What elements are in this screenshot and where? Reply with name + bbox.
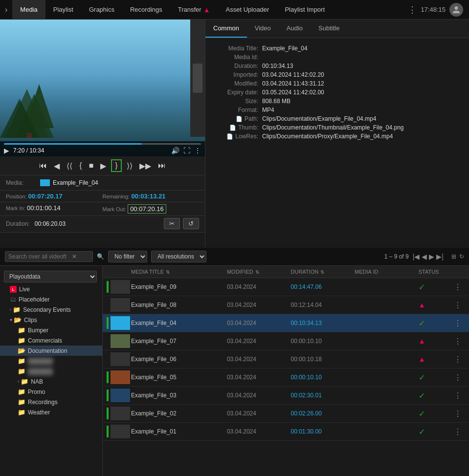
- file-thumbnail: [111, 334, 130, 348]
- meta-thumb-row: 📄Thumb: Clips/Documentation/Thumbnail/Ex…: [213, 124, 461, 131]
- search-input[interactable]: [8, 253, 72, 260]
- table-row[interactable]: Example_File_0903.04.202400:14:47.06✓⋮: [103, 278, 469, 296]
- recordings-folder-icon: 📁: [18, 398, 25, 406]
- tc-next[interactable]: ▶▶: [137, 160, 153, 172]
- header-modified[interactable]: MODIFIED ⇅: [227, 269, 291, 275]
- table-row[interactable]: Example_File_0103.04.202400:01:30.00✓⋮: [103, 423, 469, 441]
- pg-first[interactable]: |◀: [413, 253, 420, 260]
- table-row[interactable]: Example_File_0303.04.202400:02:30.01✓⋮: [103, 387, 469, 405]
- video-side-scrollbar[interactable]: [190, 20, 205, 137]
- video-side-handle[interactable]: [193, 64, 202, 93]
- content-area: Playoutdata L Live 🗂 Placeholder › 📁 Sec…: [0, 266, 469, 476]
- file-modified: 03.04.2024: [227, 428, 291, 435]
- tree-item-nab[interactable]: › 📁 NAB: [0, 376, 102, 387]
- file-more-button[interactable]: ⋮: [450, 409, 465, 418]
- nav-more-dots[interactable]: ⋮: [408, 4, 417, 15]
- volume-icon[interactable]: 🔊: [171, 147, 179, 154]
- tc-prev-frame[interactable]: ◀: [52, 160, 62, 172]
- promo-folder-icon: 📁: [18, 388, 25, 395]
- status-bar: [107, 426, 109, 437]
- table-row[interactable]: Example_File_0203.04.202400:02:26.00✓⋮: [103, 405, 469, 423]
- file-more-button[interactable]: ⋮: [450, 373, 465, 382]
- nav-item-recordings[interactable]: Recordings: [122, 0, 170, 20]
- nav-item-graphics[interactable]: Graphics: [81, 0, 122, 20]
- tree-item-blurred-2[interactable]: 📁 ██████: [0, 366, 102, 376]
- mark-out-label: Mark Out:: [103, 206, 126, 212]
- file-more-button[interactable]: ⋮: [450, 319, 465, 328]
- table-row[interactable]: Example_File_0403.04.202400:10:34.13✓⋮: [103, 314, 469, 332]
- video-progress-bar[interactable]: [4, 143, 201, 145]
- scissors-button[interactable]: ✂: [164, 218, 180, 229]
- tc-mark-in[interactable]: ⟨⟨: [65, 160, 74, 172]
- file-more-button[interactable]: ⋮: [450, 337, 465, 346]
- resolution-select[interactable]: All resolutions: [151, 251, 206, 262]
- meta-title-row: Media Title: Example_File_04: [213, 45, 461, 52]
- tc-mark-out[interactable]: ⟩⟩: [125, 160, 134, 172]
- play-button[interactable]: ▶: [4, 147, 9, 154]
- grid-view-icon[interactable]: ⊞: [451, 253, 456, 260]
- nav-item-transfer[interactable]: Transfer ▲: [170, 0, 218, 20]
- pg-prev[interactable]: ◀: [422, 253, 427, 260]
- tree-item-secondary-events[interactable]: › 📁 Secondary Events: [0, 304, 102, 315]
- tree-item-commercials[interactable]: 📁 Commercials: [0, 335, 102, 346]
- nav-item-asset-uploader[interactable]: Asset Uploader: [218, 0, 277, 20]
- mark-in-label: Mark In:: [6, 205, 25, 211]
- header-title[interactable]: MEDIA TITLE ⇅: [131, 269, 227, 275]
- tc-play[interactable]: ▶: [98, 160, 108, 172]
- fullscreen-icon[interactable]: ⛶: [183, 147, 190, 154]
- tc-go-end[interactable]: ⏭: [156, 160, 168, 171]
- tc-set-out[interactable]: }: [111, 159, 121, 172]
- tree-item-bumper[interactable]: 📁 Bumper: [0, 325, 102, 335]
- tree-item-clips[interactable]: ▾ 📂 Clips: [0, 315, 102, 325]
- tc-stop[interactable]: ■: [87, 160, 96, 171]
- tab-common[interactable]: Common: [205, 20, 247, 38]
- datasource-select[interactable]: Playoutdata: [4, 271, 97, 282]
- meta-modified-key: Modified:: [213, 80, 262, 87]
- table-row[interactable]: Example_File_0503.04.202400:00:10.10✓⋮: [103, 368, 469, 387]
- tc-go-start[interactable]: ⏮: [37, 160, 49, 171]
- refresh-icon[interactable]: ↻: [459, 253, 464, 260]
- reset-button[interactable]: ↺: [183, 218, 199, 229]
- filter-select[interactable]: No filter: [108, 251, 147, 262]
- meta-title-key: Media Title:: [213, 45, 262, 52]
- file-more-button[interactable]: ⋮: [450, 301, 465, 310]
- tree-item-documentation[interactable]: 📂 Documentation: [0, 346, 102, 356]
- pg-last[interactable]: ▶|: [436, 253, 444, 260]
- top-nav: › Media Playlist Graphics Recordings Tra…: [0, 0, 469, 20]
- blurred2-folder-icon: 📁: [18, 368, 25, 375]
- nav-avatar[interactable]: [449, 3, 463, 17]
- file-more-button[interactable]: ⋮: [450, 282, 465, 292]
- tc-set-in[interactable]: {: [77, 160, 84, 171]
- tab-video[interactable]: Video: [247, 20, 279, 38]
- file-more-button[interactable]: ⋮: [450, 355, 465, 364]
- table-row[interactable]: Example_File_0603.04.202400:00:10.18▲⋮: [103, 350, 469, 368]
- tree-item-recordings[interactable]: 📁 Recordings: [0, 397, 102, 407]
- pg-next[interactable]: ▶: [429, 253, 434, 260]
- video-background: [0, 20, 205, 156]
- tree-item-recordings-label: Recordings: [28, 399, 58, 406]
- tree-item-promo[interactable]: 📁 Promo: [0, 387, 102, 397]
- header-duration[interactable]: DURATION ⇅: [291, 269, 355, 275]
- tree-item-live[interactable]: L Live: [0, 284, 102, 294]
- tree-item-blurred-1[interactable]: 📁 ██████: [0, 356, 102, 366]
- nab-arrow: ›: [18, 379, 19, 384]
- meta-title-val: Example_File_04: [262, 45, 308, 52]
- more-options-icon[interactable]: ⋮: [194, 147, 201, 154]
- file-more-button[interactable]: ⋮: [450, 427, 465, 436]
- file-duration: 00:02:26.00: [291, 410, 355, 417]
- nav-expand-arrow[interactable]: ›: [0, 5, 12, 14]
- file-title: Example_File_05: [131, 374, 227, 381]
- tab-audio[interactable]: Audio: [279, 20, 311, 38]
- file-more-button[interactable]: ⋮: [450, 391, 465, 400]
- nav-item-playlist[interactable]: Playlist: [45, 0, 81, 20]
- nav-item-media[interactable]: Media: [12, 0, 45, 20]
- search-clear-icon[interactable]: ✕: [72, 253, 77, 260]
- search-icon[interactable]: 🔍: [97, 253, 104, 260]
- search-input-wrap[interactable]: ✕: [5, 251, 93, 262]
- tree-item-weather[interactable]: 📁 Weather: [0, 407, 102, 417]
- table-row[interactable]: Example_File_0703.04.202400:00:10.10▲⋮: [103, 332, 469, 350]
- nav-item-playlist-import[interactable]: Playlist Import: [277, 0, 333, 20]
- tree-item-placeholder[interactable]: 🗂 Placeholder: [0, 294, 102, 304]
- table-row[interactable]: Example_File_0803.04.202400:12:14.04▲⋮: [103, 296, 469, 314]
- tab-subtitle[interactable]: Subtitle: [311, 20, 347, 38]
